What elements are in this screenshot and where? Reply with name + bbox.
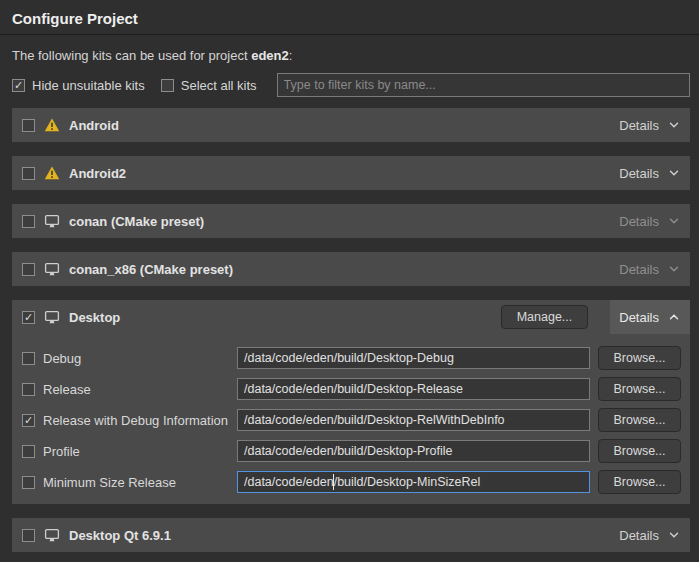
details-label: Details	[619, 214, 659, 229]
browse-button[interactable]: Browse...	[598, 346, 681, 370]
select-all-kits-checkbox[interactable]	[161, 79, 174, 92]
kit-header[interactable]: conan_x86 (CMake preset) Details	[12, 252, 690, 286]
details-label: Details	[619, 166, 659, 181]
config-checkbox[interactable]	[22, 445, 35, 458]
chevron-down-icon	[667, 262, 681, 276]
kit-checkbox[interactable]	[22, 529, 35, 542]
text-caret	[333, 474, 334, 490]
kit-name: conan (CMake preset)	[69, 214, 204, 229]
config-label: Minimum Size Release	[43, 475, 229, 490]
build-dir-input[interactable]	[237, 409, 590, 431]
page-title: Configure Project	[12, 10, 687, 27]
config-checkbox[interactable]	[22, 476, 35, 489]
config-row-profile: Profile Browse...	[22, 440, 681, 462]
config-row-relwithdebinfo: Release with Debug Information Browse...	[22, 409, 681, 431]
desktop-build-configs: Debug Browse... Release Browse...	[12, 334, 690, 504]
desktop-icon	[44, 309, 60, 325]
kit-row-android: Android Details	[12, 108, 690, 142]
warning-icon	[44, 165, 60, 181]
intro-text: The following kits can be used for proje…	[12, 48, 687, 63]
config-label: Debug	[43, 351, 229, 366]
browse-button[interactable]: Browse...	[598, 470, 681, 494]
kit-name: Android2	[69, 166, 126, 181]
config-checkbox[interactable]	[22, 352, 35, 365]
details-toggle[interactable]: Details	[610, 252, 690, 286]
build-dir-input[interactable]	[237, 347, 590, 369]
config-row-debug: Debug Browse...	[22, 347, 681, 369]
hide-unsuitable-kits-option[interactable]: Hide unsuitable kits	[12, 78, 145, 93]
manage-button[interactable]: Manage...	[501, 305, 589, 329]
desktop-icon	[44, 261, 60, 277]
details-toggle[interactable]: Details	[610, 204, 690, 238]
details-toggle[interactable]: Details	[610, 518, 690, 552]
config-label: Release with Debug Information	[43, 413, 229, 428]
kit-checkbox[interactable]	[22, 215, 35, 228]
kit-checkbox[interactable]	[22, 167, 35, 180]
filter-row: Hide unsuitable kits Select all kits	[12, 73, 690, 97]
warning-icon	[44, 117, 60, 133]
desktop-icon	[44, 527, 60, 543]
kit-checkbox[interactable]	[22, 311, 35, 324]
browse-button[interactable]: Browse...	[598, 439, 681, 463]
config-row-release: Release Browse...	[22, 378, 681, 400]
kit-checkbox[interactable]	[22, 119, 35, 132]
chevron-down-icon	[667, 214, 681, 228]
details-label: Details	[619, 310, 659, 325]
hide-unsuitable-kits-label: Hide unsuitable kits	[32, 78, 145, 93]
kit-row-desktop: Desktop Manage... Details Debug Browse..…	[12, 300, 690, 504]
kit-row-conan: conan (CMake preset) Details	[12, 204, 690, 238]
kit-row-conan-x86: conan_x86 (CMake preset) Details	[12, 252, 690, 286]
kit-name: conan_x86 (CMake preset)	[69, 262, 233, 277]
config-checkbox[interactable]	[22, 383, 35, 396]
kit-filter-input[interactable]	[277, 73, 690, 97]
kit-list: Android Details Android2 Details	[0, 108, 699, 552]
details-label: Details	[619, 262, 659, 277]
kit-name: Desktop	[69, 310, 120, 325]
details-toggle[interactable]: Details	[610, 300, 690, 334]
build-dir-input[interactable]	[237, 471, 590, 493]
page-header: Configure Project	[0, 0, 699, 35]
browse-button[interactable]: Browse...	[598, 377, 681, 401]
desktop-icon	[44, 213, 60, 229]
config-label: Profile	[43, 444, 229, 459]
config-row-minsizerel: Minimum Size Release Browse...	[22, 471, 681, 493]
kit-header[interactable]: Desktop Manage... Details	[12, 300, 690, 334]
kit-name: Android	[69, 118, 119, 133]
details-toggle[interactable]: Details	[610, 156, 690, 190]
browse-button[interactable]: Browse...	[598, 408, 681, 432]
intro-prefix: The following kits can be used for proje…	[12, 48, 251, 63]
kit-header[interactable]: conan (CMake preset) Details	[12, 204, 690, 238]
build-dir-input[interactable]	[237, 378, 590, 400]
intro-suffix: :	[289, 48, 293, 63]
kit-header[interactable]: Android2 Details	[12, 156, 690, 190]
chevron-down-icon	[667, 118, 681, 132]
configure-project-page: Configure Project The following kits can…	[0, 0, 699, 562]
kit-header[interactable]: Android Details	[12, 108, 690, 142]
select-all-kits-option[interactable]: Select all kits	[161, 78, 257, 93]
chevron-down-icon	[667, 166, 681, 180]
build-dir-input[interactable]	[237, 440, 590, 462]
kit-header[interactable]: Desktop Qt 6.9.1 Details	[12, 518, 690, 552]
chevron-up-icon	[667, 310, 681, 324]
select-all-kits-label: Select all kits	[181, 78, 257, 93]
kit-name: Desktop Qt 6.9.1	[69, 528, 171, 543]
kit-row-android2: Android2 Details	[12, 156, 690, 190]
config-checkbox[interactable]	[22, 414, 35, 427]
hide-unsuitable-kits-checkbox[interactable]	[12, 79, 25, 92]
details-label: Details	[619, 118, 659, 133]
kit-row-desktop-qt: Desktop Qt 6.9.1 Details	[12, 518, 690, 552]
project-name: eden2	[251, 48, 289, 63]
chevron-down-icon	[667, 528, 681, 542]
details-label: Details	[619, 528, 659, 543]
config-label: Release	[43, 382, 229, 397]
details-toggle[interactable]: Details	[610, 108, 690, 142]
kit-checkbox[interactable]	[22, 263, 35, 276]
